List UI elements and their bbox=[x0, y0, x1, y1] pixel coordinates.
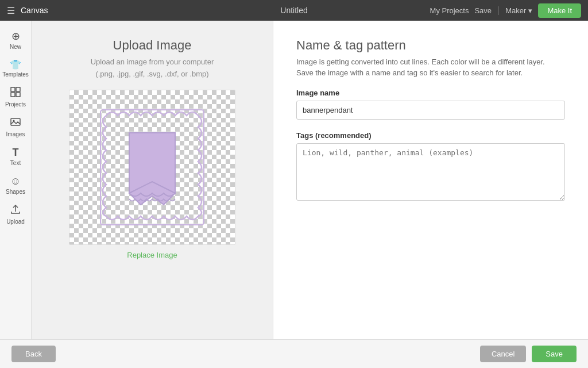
image-preview-box bbox=[69, 90, 235, 245]
sidebar-item-upload[interactable]: Upload bbox=[1, 201, 30, 228]
sidebar-item-label-text: Text bbox=[10, 160, 21, 166]
panel-desc2: Save the image with a name and tag so it… bbox=[296, 68, 565, 77]
app-header: ☰ Canvas Untitled My Projects Save | Mak… bbox=[0, 0, 588, 21]
sidebar-item-label-templates: Templates bbox=[2, 71, 29, 78]
sidebar-item-label-projects: Projects bbox=[5, 101, 26, 108]
cancel-button[interactable]: Cancel bbox=[480, 346, 526, 362]
replace-image-link[interactable]: Replace Image bbox=[127, 251, 177, 259]
main-layout: ⊕ New 👕 Templates Projects Images T Text… bbox=[0, 21, 588, 339]
doc-title: Untitled bbox=[280, 6, 307, 15]
footer: Back Cancel Save bbox=[0, 339, 588, 368]
sidebar-item-text[interactable]: T Text bbox=[1, 143, 30, 170]
sidebar-item-shapes[interactable]: ☺ Shapes bbox=[1, 172, 30, 198]
sidebar-item-projects[interactable]: Projects bbox=[1, 83, 30, 111]
app-title: Canvas bbox=[21, 6, 48, 15]
footer-save-button[interactable]: Save bbox=[532, 346, 577, 362]
sidebar-item-templates[interactable]: 👕 Templates bbox=[1, 56, 30, 81]
header-divider: | bbox=[497, 5, 500, 16]
chevron-down-icon: ▾ bbox=[528, 6, 532, 15]
make-it-button[interactable]: Make It bbox=[538, 3, 581, 18]
upload-panel: Upload Image Upload an image from your c… bbox=[32, 21, 273, 339]
banner-image bbox=[95, 104, 210, 231]
header-right: My Projects Save | Maker ▾ Make It bbox=[430, 3, 581, 18]
content-area: Upload Image Upload an image from your c… bbox=[32, 21, 588, 339]
menu-icon[interactable]: ☰ bbox=[7, 5, 15, 16]
tags-textarea[interactable] bbox=[296, 143, 565, 201]
sidebar-item-label-shapes: Shapes bbox=[6, 189, 25, 195]
svg-rect-4 bbox=[11, 118, 20, 125]
header-save-button[interactable]: Save bbox=[474, 6, 492, 15]
image-name-input[interactable] bbox=[296, 101, 565, 120]
tags-group: Tags (recommended) bbox=[296, 131, 565, 203]
footer-right: Cancel Save bbox=[480, 346, 577, 362]
sidebar-item-new[interactable]: ⊕ New bbox=[1, 26, 30, 53]
footer-left: Back bbox=[11, 346, 56, 362]
images-icon bbox=[10, 117, 21, 130]
shapes-icon: ☺ bbox=[10, 175, 21, 187]
header-left: ☰ Canvas bbox=[7, 5, 48, 16]
svg-rect-3 bbox=[16, 93, 20, 97]
panel-title: Name & tag pattern bbox=[296, 38, 565, 53]
svg-rect-1 bbox=[16, 87, 20, 91]
sidebar: ⊕ New 👕 Templates Projects Images T Text… bbox=[0, 21, 32, 339]
tags-label: Tags (recommended) bbox=[296, 131, 565, 140]
sidebar-item-label-new: New bbox=[10, 44, 21, 50]
templates-icon: 👕 bbox=[10, 59, 21, 70]
new-icon: ⊕ bbox=[11, 30, 20, 43]
sidebar-item-images[interactable]: Images bbox=[1, 113, 30, 141]
upload-subtitle-line1: Upload an image from your computer bbox=[91, 57, 214, 66]
my-projects-button[interactable]: My Projects bbox=[430, 6, 469, 15]
sidebar-item-label-images: Images bbox=[6, 131, 25, 137]
upload-icon bbox=[10, 204, 21, 217]
upload-subtitle-line2: (.png, .jpg, .gif, .svg, .dxf, or .bmp) bbox=[95, 70, 208, 78]
text-icon: T bbox=[13, 147, 19, 159]
sidebar-item-label-upload: Upload bbox=[6, 218, 25, 225]
image-name-group: Image name bbox=[296, 89, 565, 120]
panel-desc1: Image is getting converted into cut line… bbox=[296, 57, 565, 66]
image-name-label: Image name bbox=[296, 89, 565, 97]
upload-title: Upload Image bbox=[113, 38, 192, 53]
svg-rect-0 bbox=[11, 87, 15, 91]
svg-rect-2 bbox=[11, 93, 15, 97]
projects-icon bbox=[10, 87, 21, 100]
maker-button[interactable]: Maker ▾ bbox=[505, 6, 532, 15]
back-button[interactable]: Back bbox=[11, 346, 56, 362]
name-tag-panel: Name & tag pattern Image is getting conv… bbox=[273, 21, 588, 339]
